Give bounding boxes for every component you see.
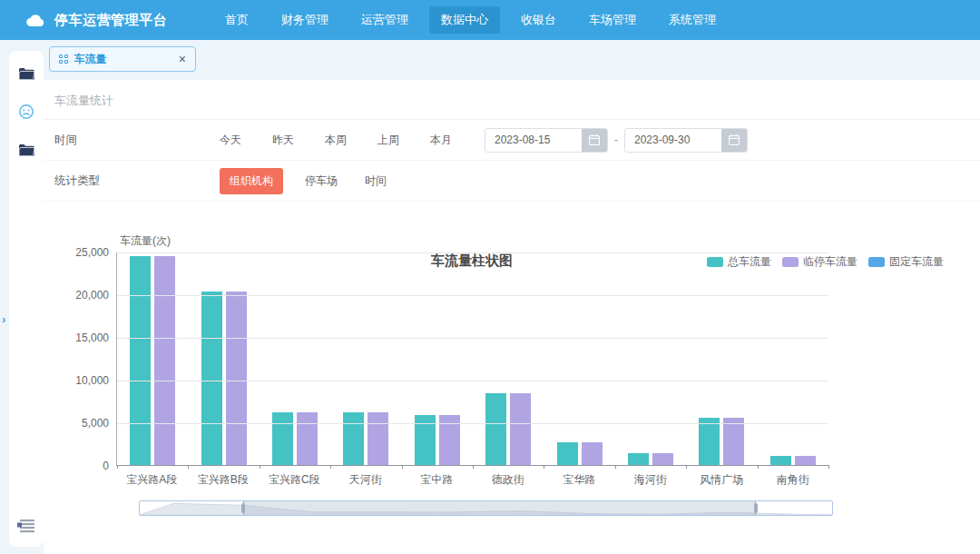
bar-总车流量-宝兴路A段[interactable] [130,256,151,465]
bar-临停车流量-德政街[interactable] [510,393,531,465]
datazoom-slider[interactable] [139,500,833,516]
quick-option-本周[interactable]: 本周 [325,133,347,148]
x-axis-tick [473,465,474,469]
calendar-icon[interactable] [721,129,747,152]
quick-option-上周[interactable]: 上周 [377,133,399,148]
bar-总车流量-天河街[interactable] [343,412,364,465]
nav-item-数据中心[interactable]: 数据中心 [429,6,500,34]
x-tick-label: 风情广场 [686,472,758,488]
sidebar-card [9,51,44,547]
bar-总车流量-风情广场[interactable] [699,418,720,465]
x-axis-tick [330,465,331,469]
x-axis-tick [402,465,403,469]
quick-option-本月[interactable]: 本月 [430,133,452,148]
face-icon[interactable] [16,102,36,122]
time-label: 时间 [54,133,220,148]
time-filter-row: 时间 今天昨天本周上周本月 2023-08-15 - 2023-09-30 [44,120,980,161]
content-panel: 车流量统计 时间 今天昨天本周上周本月 2023-08-15 - [44,80,980,554]
bar-总车流量-宝兴路B段[interactable] [201,292,222,465]
bar-group-宝兴路C段 [260,252,330,465]
datazoom-right-handle[interactable] [754,503,758,513]
bar-临停车流量-宝中路[interactable] [439,415,460,465]
x-tick-label: 宝华路 [544,472,615,488]
bar-总车流量-宝兴路C段[interactable] [272,412,293,465]
x-tick-label: 天河街 [330,472,402,488]
end-date-input[interactable]: 2023-09-30 [624,128,748,153]
nav-item-系统管理[interactable]: 系统管理 [657,6,728,34]
datazoom-left-handle[interactable] [241,503,245,513]
main-nav: 首页财务管理运营管理数据中心收银台车场管理系统管理 [209,6,732,34]
app-title: 停车运营管理平台 [54,12,167,29]
nav-item-运营管理[interactable]: 运营管理 [349,6,420,34]
bar-临停车流量-南角街[interactable] [795,456,816,465]
nav-item-财务管理[interactable]: 财务管理 [270,6,340,34]
datazoom-window[interactable] [243,501,756,515]
bar-临停车流量-宝兴路B段[interactable] [226,292,247,465]
y-tick-label: 20,000 [75,289,109,302]
nav-item-首页[interactable]: 首页 [213,6,260,34]
tab-traffic-flow[interactable]: 车流量 × [49,46,196,72]
app-window: 停车运营管理平台 首页财务管理运营管理数据中心收银台车场管理系统管理 › [0,0,980,554]
quick-option-今天[interactable]: 今天 [220,133,241,148]
cloud-icon [25,14,45,27]
y-axis-label: 车流量(次) [120,233,171,249]
bar-group-南角街 [758,252,828,465]
calendar-icon[interactable] [582,129,607,152]
body: › [0,40,980,554]
close-icon[interactable]: × [179,53,186,65]
nav-item-收银台[interactable]: 收银台 [509,6,568,34]
x-axis-labels: 宝兴路A段宝兴路B段宝兴路C段天河街宝中路德政街宝华路海河街风情广场南角街 [116,472,828,488]
y-tick-label: 10,000 [75,374,109,387]
bar-总车流量-宝中路[interactable] [415,415,436,465]
x-axis-tick [828,465,829,469]
y-tick-label: 25,000 [75,246,109,259]
grid-icon [59,54,68,64]
legend-item-固定车流量[interactable]: 固定车流量 [868,254,944,270]
date-separator: - [614,134,618,146]
bar-group-风情广场 [686,252,757,465]
bar-group-德政街 [473,252,544,465]
main-content: 车流量 × 车流量统计 时间 今天昨天本周上周本月 2023-08-15 [44,40,980,554]
type-option-时间[interactable]: 时间 [365,173,387,189]
x-axis-tick [758,465,759,469]
y-tick-label: 0 [103,460,109,472]
y-tick-label: 5,000 [82,417,109,430]
quick-options: 今天昨天本周上周本月 [220,133,483,148]
x-tick-label: 南角街 [758,472,829,488]
plot-area: 车流量(次) 05,00010,00015,00020,00025,000 宝兴… [116,252,828,488]
quick-option-昨天[interactable]: 昨天 [272,133,294,148]
bar-临停车流量-海河街[interactable] [652,453,673,465]
top-navbar: 停车运营管理平台 首页财务管理运营管理数据中心收银台车场管理系统管理 [0,0,980,40]
legend-label: 固定车流量 [889,254,944,270]
bar-临停车流量-天河街[interactable] [368,412,388,465]
bar-临停车流量-宝兴路A段[interactable] [154,256,175,465]
legend-swatch [868,257,885,267]
start-date-input[interactable]: 2023-08-15 [485,128,608,153]
bar-总车流量-南角街[interactable] [770,456,791,465]
folder-icon[interactable] [16,64,36,84]
sidebar-expander[interactable]: › [2,312,5,326]
type-option-停车场[interactable]: 停车场 [305,173,338,189]
tab-label: 车流量 [74,52,107,67]
bar-总车流量-宝华路[interactable] [557,442,578,465]
bar-group-宝华路 [544,252,614,465]
bar-总车流量-海河街[interactable] [628,453,649,465]
bar-临停车流量-宝华路[interactable] [582,442,603,465]
gridline [117,381,828,381]
gridline [117,252,828,253]
bar-总车流量-德政街[interactable] [485,393,506,465]
outline-list-icon[interactable] [16,516,36,536]
bar-临停车流量-宝兴路C段[interactable] [297,412,318,465]
x-tick-label: 宝兴路A段 [116,472,188,488]
x-tick-label: 宝中路 [401,472,473,488]
type-options: 组织机构停车场时间 [220,168,414,194]
x-axis-tick [615,465,616,469]
type-option-组织机构[interactable]: 组织机构 [220,168,283,194]
folder-icon[interactable] [16,140,36,160]
brand: 停车运营管理平台 [25,12,167,29]
x-tick-label: 宝兴路B段 [188,472,260,488]
nav-item-车场管理[interactable]: 车场管理 [577,6,648,34]
bar-group-宝兴路A段 [117,252,188,465]
chart-section: 车流量柱状图 总车流量临停车流量固定车流量 车流量(次) 05,00010,00… [44,252,980,516]
bar-临停车流量-风情广场[interactable] [723,418,744,465]
